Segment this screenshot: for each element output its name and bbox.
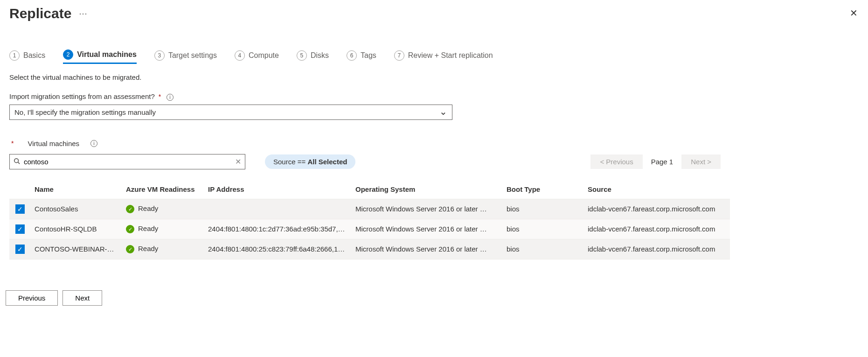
table-row[interactable]: ✓ContosoSales✓ReadyMicrosoft Windows Ser… — [9, 199, 730, 219]
cell-readiness: ✓Ready — [122, 199, 204, 219]
clear-search-icon[interactable]: ✕ — [235, 157, 241, 166]
import-settings-field: Import migration settings from an assess… — [9, 92, 859, 120]
col-ip[interactable]: IP Address — [204, 181, 352, 199]
chevron-down-icon — [439, 108, 447, 116]
import-settings-label: Import migration settings from an assess… — [9, 92, 155, 100]
import-settings-value: No, I'll specify the migration settings … — [14, 108, 156, 116]
cell-os: Microsoft Windows Server 2016 or later … — [352, 199, 503, 219]
col-os[interactable]: Operating System — [352, 181, 503, 199]
vm-section-label: Virtual machines — [28, 140, 79, 147]
tab-label: Target settings — [168, 51, 217, 60]
required-star: * — [159, 93, 161, 100]
col-boot[interactable]: Boot Type — [503, 181, 584, 199]
table-row[interactable]: ✓ContosoHR-SQLDB✓Ready2404:f801:4800:1c:… — [9, 219, 730, 239]
tab-target-settings[interactable]: 3Target settings — [154, 49, 217, 64]
source-filter-pill[interactable]: Source == All Selected — [265, 154, 355, 169]
svg-point-0 — [14, 159, 19, 163]
row-checkbox[interactable]: ✓ — [15, 204, 25, 214]
page-title: Replicate — [9, 6, 71, 21]
tab-tags[interactable]: 6Tags — [347, 49, 376, 64]
previous-button[interactable]: Previous — [6, 290, 58, 306]
search-icon — [14, 158, 20, 166]
ready-check-icon: ✓ — [126, 225, 134, 233]
tab-label: Basics — [23, 51, 45, 60]
search-input-wrapper[interactable]: ✕ — [9, 154, 245, 169]
cell-boot: bios — [503, 219, 584, 239]
pager-label: Page 1 — [651, 158, 674, 166]
import-settings-select[interactable]: No, I'll specify the migration settings … — [9, 105, 452, 120]
tab-basics[interactable]: 1Basics — [9, 49, 45, 64]
next-button[interactable]: Next — [62, 290, 102, 306]
cell-name: ContosoHR-SQLDB — [31, 219, 122, 239]
tab-number: 6 — [347, 50, 357, 61]
info-icon[interactable]: i — [90, 140, 97, 147]
pager-previous-button[interactable]: < Previous — [590, 154, 642, 169]
cell-source: idclab-vcen67.fareast.corp.microsoft.com — [584, 219, 730, 239]
close-icon[interactable]: ✕ — [850, 7, 858, 19]
col-name[interactable]: Name — [31, 181, 122, 199]
cell-boot: bios — [503, 199, 584, 219]
ready-check-icon: ✓ — [126, 245, 134, 253]
cell-ip: 2404:f801:4800:25:c823:79ff:6a48:2666,1… — [204, 239, 352, 259]
tab-number: 1 — [9, 50, 20, 61]
cell-ip — [204, 199, 352, 219]
tab-number: 5 — [297, 50, 307, 61]
pager-next-button[interactable]: Next > — [681, 154, 721, 169]
info-icon[interactable]: i — [167, 94, 174, 101]
filter-value: All Selected — [307, 158, 347, 166]
more-icon[interactable]: ⋯ — [79, 8, 88, 19]
tab-review-start-replication[interactable]: 7Review + Start replication — [394, 49, 493, 64]
required-star: * — [11, 140, 14, 147]
row-checkbox[interactable]: ✓ — [15, 245, 25, 254]
row-checkbox[interactable]: ✓ — [15, 224, 25, 234]
cell-readiness: ✓Ready — [122, 219, 204, 239]
tab-compute[interactable]: 4Compute — [235, 49, 279, 64]
filter-key: Source == — [273, 158, 306, 166]
tab-label: Compute — [249, 51, 279, 60]
svg-line-1 — [18, 162, 20, 164]
cell-source: idclab-vcen67.fareast.corp.microsoft.com — [584, 199, 730, 219]
cell-ip: 2404:f801:4800:1c:2d77:36ad:e95b:35d7,… — [204, 219, 352, 239]
tab-number: 3 — [154, 50, 165, 61]
cell-name: ContosoSales — [31, 199, 122, 219]
cell-os: Microsoft Windows Server 2016 or later … — [352, 219, 503, 239]
tab-number: 7 — [394, 50, 404, 61]
tab-label: Review + Start replication — [408, 51, 493, 60]
instruction-text: Select the virtual machines to be migrat… — [9, 73, 859, 81]
tab-number: 4 — [235, 50, 245, 61]
tab-label: Tags — [361, 51, 376, 60]
ready-check-icon: ✓ — [126, 205, 134, 213]
cell-readiness: ✓Ready — [122, 239, 204, 259]
col-source[interactable]: Source — [584, 181, 730, 199]
search-input[interactable] — [24, 158, 231, 166]
cell-name: CONTOSO-WEBINAR-… — [31, 239, 122, 259]
cell-boot: bios — [503, 239, 584, 259]
vm-table: Name Azure VM Readiness IP Address Opera… — [9, 181, 730, 259]
col-readiness[interactable]: Azure VM Readiness — [122, 181, 204, 199]
cell-source: idclab-vcen67.fareast.corp.microsoft.com — [584, 239, 730, 259]
tab-virtual-machines[interactable]: 2Virtual machines — [63, 49, 137, 64]
wizard-tabs: 1Basics2Virtual machines3Target settings… — [9, 49, 859, 64]
cell-os: Microsoft Windows Server 2016 or later … — [352, 239, 503, 259]
tab-number: 2 — [63, 49, 73, 60]
tab-disks[interactable]: 5Disks — [297, 49, 329, 64]
tab-label: Virtual machines — [77, 50, 137, 59]
tab-label: Disks — [311, 51, 329, 60]
table-row[interactable]: ✓CONTOSO-WEBINAR-…✓Ready2404:f801:4800:2… — [9, 239, 730, 259]
